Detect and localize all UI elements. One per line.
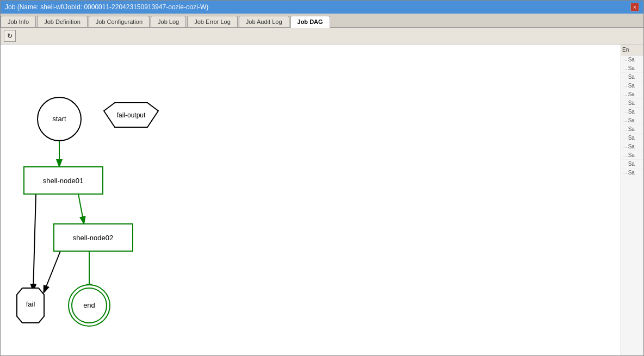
svg-text:shell-node01: shell-node01 — [43, 177, 83, 185]
toolbar: ↻ — [1, 28, 643, 45]
right-panel-item-11: ... Sa — [621, 151, 643, 160]
dot-icon-4: ... — [623, 92, 627, 97]
dot-icon-8: ... — [623, 127, 627, 132]
svg-text:fail: fail — [26, 300, 35, 308]
dot-icon-9: ... — [623, 135, 627, 140]
close-button[interactable]: × — [630, 3, 639, 11]
dot-icon-12: ... — [623, 161, 627, 166]
dot-icon-11: ... — [623, 153, 627, 158]
refresh-button[interactable]: ↻ — [4, 30, 16, 42]
right-panel-item-13: ... Sa — [621, 168, 643, 177]
tabs-bar: Job Info Job Definition Job Configuratio… — [1, 14, 643, 28]
right-panel-item-4: ... Sa — [621, 90, 643, 99]
dot-icon-7: ... — [623, 118, 627, 123]
right-panel-item-2: ... Sa — [621, 73, 643, 82]
right-panel-item-5: ... Sa — [621, 99, 643, 108]
window-title: Job (Name: shell-wf/JobId: 0000011-22042… — [5, 3, 208, 11]
dag-svg: start fail-output shell-node01 shell-nod… — [1, 45, 381, 355]
right-panel-item-6: ... Sa — [621, 108, 643, 116]
tab-job-log[interactable]: Job Log — [151, 16, 186, 27]
right-panel-item-8: ... Sa — [621, 125, 643, 134]
svg-text:start: start — [52, 115, 66, 123]
main-window: Job (Name: shell-wf/JobId: 0000011-22042… — [0, 0, 644, 356]
tab-job-definition[interactable]: Job Definition — [37, 16, 88, 27]
dot-icon-3: ... — [623, 83, 627, 88]
tab-job-dag[interactable]: Job DAG — [290, 16, 330, 28]
svg-line-3 — [44, 251, 60, 292]
title-bar: Job (Name: shell-wf/JobId: 0000011-22042… — [1, 1, 643, 14]
right-panel-item-12: ... Sa — [621, 160, 643, 168]
svg-line-2 — [33, 194, 36, 290]
dag-canvas[interactable]: start fail-output shell-node01 shell-nod… — [1, 45, 621, 355]
dot-icon-0: ... — [623, 57, 627, 62]
dot-icon-6: ... — [623, 109, 627, 114]
right-panel-item-3: ... Sa — [621, 82, 643, 90]
right-panel-item-0: ... Sa — [621, 55, 643, 64]
dot-icon-10: ... — [623, 144, 627, 149]
svg-line-1 — [78, 194, 84, 223]
svg-text:shell-node02: shell-node02 — [73, 234, 113, 242]
right-panel-header: En — [621, 45, 643, 55]
tab-job-info[interactable]: Job Info — [1, 16, 36, 27]
dot-icon-2: ... — [623, 74, 627, 79]
right-panel: En ... Sa ... Sa ... Sa ... Sa ... Sa — [621, 45, 643, 355]
tab-job-audit-log[interactable]: Job Audit Log — [239, 16, 289, 27]
tab-job-configuration[interactable]: Job Configuration — [89, 16, 150, 27]
svg-text:fail-output: fail-output — [117, 111, 146, 119]
tab-job-error-log[interactable]: Job Error Log — [187, 16, 238, 27]
svg-text:end: end — [83, 301, 95, 309]
right-panel-item-7: ... Sa — [621, 116, 643, 125]
dot-icon-1: ... — [623, 66, 627, 71]
right-panel-item-10: ... Sa — [621, 142, 643, 151]
dot-icon-13: ... — [623, 170, 627, 175]
main-content: start fail-output shell-node01 shell-nod… — [1, 45, 643, 355]
right-panel-item-9: ... Sa — [621, 134, 643, 142]
dot-icon-5: ... — [623, 101, 627, 105]
right-panel-item-1: ... Sa — [621, 64, 643, 73]
